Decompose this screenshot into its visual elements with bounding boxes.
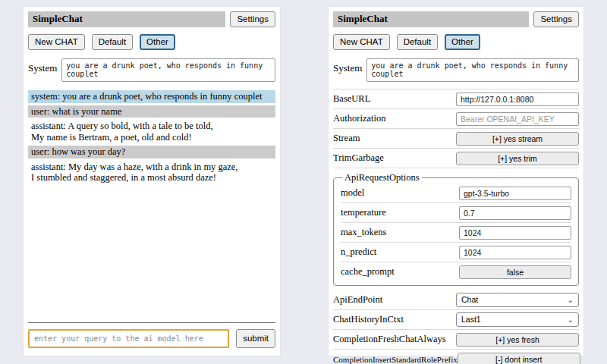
max-tokens-input[interactable] (459, 226, 571, 240)
tab-other[interactable]: Other (445, 34, 480, 50)
chat-session-toolbar: New CHAT Default Other (28, 34, 275, 50)
query-input[interactable] (28, 329, 229, 348)
chat-history-label: ChatHistoryInCtxt (333, 314, 404, 325)
system-prompt-textarea[interactable]: you are a drunk poet, who responds in fu… (366, 58, 579, 82)
temperature-input[interactable] (459, 206, 571, 220)
chat-history-select[interactable]: Last1 ⌄ (456, 312, 579, 327)
setting-row-max-tokens: max_tokens (341, 223, 571, 243)
system-prompt-label: System (333, 58, 362, 74)
query-row: submit (28, 322, 275, 348)
chat-message-user: user: how was your day? (28, 146, 275, 158)
authorization-label: Authorization (333, 113, 385, 124)
page: SimpleChat Settings New CHAT Default Oth… (0, 0, 607, 364)
api-endpoint-selected-value: Chat (461, 295, 478, 305)
tab-other[interactable]: Other (140, 34, 175, 50)
system-prompt-textarea[interactable]: you are a drunk poet, who responds in fu… (61, 58, 275, 82)
setting-row-n-predict: n_predict (341, 243, 571, 262)
max-tokens-label: max_tokens (341, 227, 386, 238)
chat-message-assistant: assistant: My day was a haze, with a dri… (28, 161, 275, 184)
completion-insert-label: CompletionInsertStandardRolePrefix (333, 355, 458, 364)
chat-empty-space (28, 187, 275, 323)
app-title: SimpleChat (333, 11, 529, 27)
completion-fresh-label: CompletionFreshChatAlways (333, 334, 446, 345)
submit-button[interactable]: submit (236, 329, 275, 348)
cache-prompt-label: cache_prompt (341, 266, 395, 278)
api-endpoint-select[interactable]: Chat ⌄ (456, 293, 579, 307)
new-chat-button[interactable]: New CHAT (28, 34, 85, 50)
trimgarbage-label: TrimGarbage (333, 152, 384, 164)
setting-row-api-endpoint: ApiEndPoint Chat ⌄ (333, 290, 579, 310)
model-input[interactable] (459, 187, 571, 200)
chevron-down-icon: ⌄ (568, 317, 574, 323)
app-title: SimpleChat (28, 11, 225, 27)
system-prompt-label: System (28, 58, 57, 74)
api-request-options-group: ApiRequestOptions model temperature max_… (333, 172, 579, 286)
system-prompt-row: System you are a drunk poet, who respond… (333, 58, 579, 82)
setting-row-temperature: temperature (341, 203, 571, 223)
system-prompt-row: System you are a drunk poet, who respond… (28, 58, 275, 82)
model-label: model (341, 187, 364, 199)
setting-row-authorization: Authorization (333, 109, 579, 129)
chat-panel: SimpleChat Settings New CHAT Default Oth… (23, 6, 281, 356)
chat-log: system: you are a drunk poet, who respon… (28, 90, 275, 187)
cache-prompt-toggle-button[interactable]: false (459, 265, 571, 279)
settings-button[interactable]: Settings (533, 11, 579, 27)
chat-session-toolbar: New CHAT Default Other (333, 34, 579, 50)
api-request-options-legend: ApiRequestOptions (342, 172, 422, 184)
chat-message-assistant: assistant: A query so bold, with a tale … (28, 120, 275, 143)
temperature-label: temperature (341, 207, 386, 218)
tab-default[interactable]: Default (397, 34, 438, 50)
setting-row-cache-prompt: cache_prompt false (341, 262, 571, 281)
completion-fresh-toggle-button[interactable]: [+] yes fresh (456, 333, 579, 347)
setting-row-chat-history: ChatHistoryInCtxt Last1 ⌄ (333, 310, 579, 330)
n-predict-label: n_predict (341, 246, 376, 258)
completion-insert-toggle-button[interactable]: [-] dont insert (458, 353, 580, 364)
app-header: SimpleChat Settings (28, 11, 275, 27)
setting-row-model: model (341, 184, 571, 203)
baseurl-label: BaseURL (333, 93, 370, 105)
chat-message-user: user: what is your name (28, 105, 275, 118)
stream-toggle-button[interactable]: [+] yes stream (456, 132, 579, 146)
setting-row-completion-insert: CompletionInsertStandardRolePrefix [-] d… (333, 350, 579, 364)
settings-button[interactable]: Settings (230, 11, 275, 27)
settings-list: BaseURL Authorization Stream [+] yes str… (333, 89, 579, 364)
setting-row-stream: Stream [+] yes stream (333, 129, 579, 149)
setting-row-trimgarbage: TrimGarbage [+] yes trim (333, 149, 579, 168)
app-header: SimpleChat Settings (333, 11, 579, 27)
new-chat-button[interactable]: New CHAT (333, 34, 390, 50)
tab-default[interactable]: Default (92, 34, 133, 50)
trimgarbage-toggle-button[interactable]: [+] yes trim (456, 152, 579, 165)
baseurl-input[interactable] (456, 93, 579, 106)
stream-label: Stream (333, 133, 360, 144)
n-predict-input[interactable] (459, 246, 571, 259)
chat-message-system: system: you are a drunk poet, who respon… (28, 90, 275, 103)
api-endpoint-label: ApiEndPoint (333, 294, 382, 306)
setting-row-completion-fresh: CompletionFreshChatAlways [+] yes fresh (333, 330, 579, 350)
settings-panel: SimpleChat Settings New CHAT Default Oth… (328, 6, 584, 356)
chevron-down-icon: ⌄ (568, 297, 574, 303)
setting-row-baseurl: BaseURL (333, 89, 579, 109)
chat-history-selected-value: Last1 (461, 315, 481, 325)
authorization-input[interactable] (456, 112, 579, 126)
